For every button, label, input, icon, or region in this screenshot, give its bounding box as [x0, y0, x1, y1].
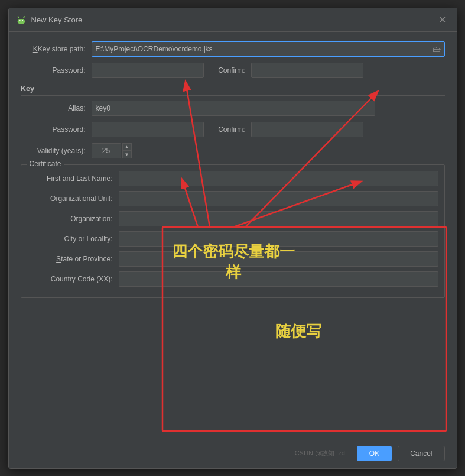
validity-input[interactable]: [92, 143, 121, 158]
keystore-confirm-input[interactable]: [251, 63, 363, 78]
validity-spinner: ▲ ▼: [122, 143, 132, 158]
country-row: Country Code (XX):: [27, 271, 438, 287]
first-last-label: First and Last Name:: [27, 174, 119, 183]
country-label: Country Code (XX):: [27, 275, 119, 283]
key-password-label: Password:: [21, 125, 92, 134]
keystore-path-label: KKey store path:: [21, 45, 92, 53]
keystore-confirm-label: Confirm:: [204, 66, 251, 75]
org-unit-input[interactable]: [119, 191, 438, 206]
dialog-title: New Key Store: [31, 15, 83, 24]
svg-point-3: [22, 20, 23, 21]
android-icon: [16, 14, 27, 25]
svg-rect-1: [18, 19, 24, 23]
certificate-legend: Certificate: [27, 160, 64, 168]
state-input[interactable]: [119, 251, 438, 267]
org-unit-label: Organizational Unit:: [27, 195, 119, 203]
keystore-password-label: Password:: [21, 66, 92, 75]
dialog-footer: CSDN @故知_zd OK Cancel: [283, 439, 457, 468]
key-section-label: Key: [21, 84, 445, 93]
state-label: State or Province:: [27, 255, 119, 263]
ok-button[interactable]: OK: [357, 446, 392, 461]
svg-point-7: [24, 16, 25, 17]
keystore-path-value: E:\MyProject\OCRDemo\ocrdemo.jks: [96, 45, 433, 53]
keystore-path-row: KKey store path: E:\MyProject\OCRDemo\oc…: [21, 41, 445, 57]
key-password-row: Password: Confirm:: [21, 122, 445, 137]
alias-row: Alias:: [21, 101, 445, 116]
validity-up-button[interactable]: ▲: [122, 143, 132, 151]
svg-point-2: [19, 20, 20, 21]
city-row: City or Locality:: [27, 231, 438, 247]
validity-down-button[interactable]: ▼: [122, 151, 132, 158]
svg-text:随便写: 随便写: [275, 322, 321, 340]
keystore-password-row: Password: Confirm:: [21, 63, 445, 78]
key-confirm-input[interactable]: [251, 122, 363, 137]
state-row: State or Province:: [27, 251, 438, 267]
org-unit-row: Organizational Unit:: [27, 191, 438, 206]
watermark: CSDN @故知_zd: [295, 449, 345, 458]
keystore-password-input[interactable]: [92, 63, 204, 78]
cancel-button[interactable]: Cancel: [398, 446, 444, 461]
close-button[interactable]: ✕: [435, 13, 450, 27]
new-key-store-dialog: New Key Store ✕ KKey store path: E:\MyPr…: [8, 8, 457, 469]
dialog-body: KKey store path: E:\MyProject\OCRDemo\oc…: [9, 32, 457, 307]
first-last-row: First and Last Name:: [27, 171, 438, 186]
key-confirm-label: Confirm:: [204, 125, 251, 134]
svg-point-6: [17, 16, 18, 17]
org-row: Organization:: [27, 211, 438, 226]
title-bar: New Key Store ✕: [9, 8, 457, 32]
city-label: City or Locality:: [27, 235, 119, 243]
city-input[interactable]: [119, 231, 438, 247]
first-last-input[interactable]: [119, 171, 438, 186]
validity-row: Validity (years): ▲ ▼: [21, 143, 445, 158]
alias-label: Alias:: [21, 104, 92, 112]
country-input[interactable]: [119, 271, 438, 287]
keystore-path-input-wrap: E:\MyProject\OCRDemo\ocrdemo.jks 🗁: [92, 41, 445, 57]
validity-label: Validity (years):: [21, 147, 92, 155]
key-password-input[interactable]: [92, 122, 204, 137]
folder-icon[interactable]: 🗁: [433, 44, 441, 54]
org-label: Organization:: [27, 215, 119, 223]
org-input[interactable]: [119, 211, 438, 226]
certificate-section: Certificate First and Last Name: Organiz…: [21, 164, 445, 298]
alias-input[interactable]: [92, 101, 375, 116]
